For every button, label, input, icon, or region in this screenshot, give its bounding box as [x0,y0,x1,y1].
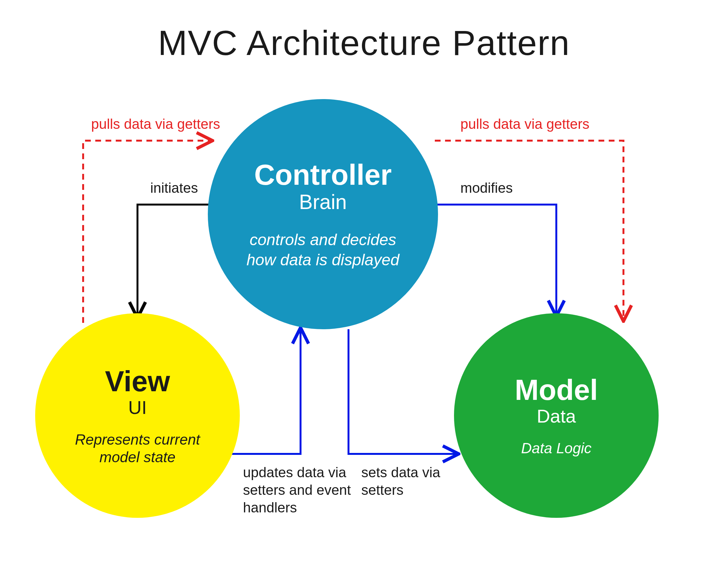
label-controller-model-getters: pulls data via getters [460,115,590,133]
node-view: View UI Represents current model state [35,313,240,518]
label-controller-view-initiates: initiates [150,179,198,197]
model-role: Data [537,405,576,427]
model-name: Model [515,374,598,407]
edge-controller-view-initiates [138,205,217,316]
diagram-title: MVC Architecture Pattern [0,22,728,63]
edge-controller-model-getters [435,141,623,320]
mvc-architecture-diagram: MVC Architecture Pattern Controlle [0,0,728,576]
view-desc: Represents current model state [54,431,221,466]
label-controller-model-modifies: modifies [460,179,513,197]
node-controller: Controller Brain controls and decides ho… [208,99,438,329]
node-model: Model Data Data Logic [454,313,659,518]
model-desc: Data Logic [521,439,591,457]
view-name: View [105,365,170,398]
view-role: UI [128,397,147,418]
controller-name: Controller [254,159,392,192]
label-view-controller-updates: updates data via setters and event handl… [243,463,352,516]
label-controller-model-sets: sets data via setters [361,463,444,499]
edge-controller-model-sets [348,329,457,454]
label-controller-view-getters: pulls data via getters [91,115,220,133]
edge-view-controller-updates [230,329,301,454]
controller-role: Brain [299,190,346,214]
controller-desc: controls and decides how data is display… [233,230,413,270]
edge-controller-model-modifies [428,205,556,315]
edge-controller-view-getters [83,141,211,323]
